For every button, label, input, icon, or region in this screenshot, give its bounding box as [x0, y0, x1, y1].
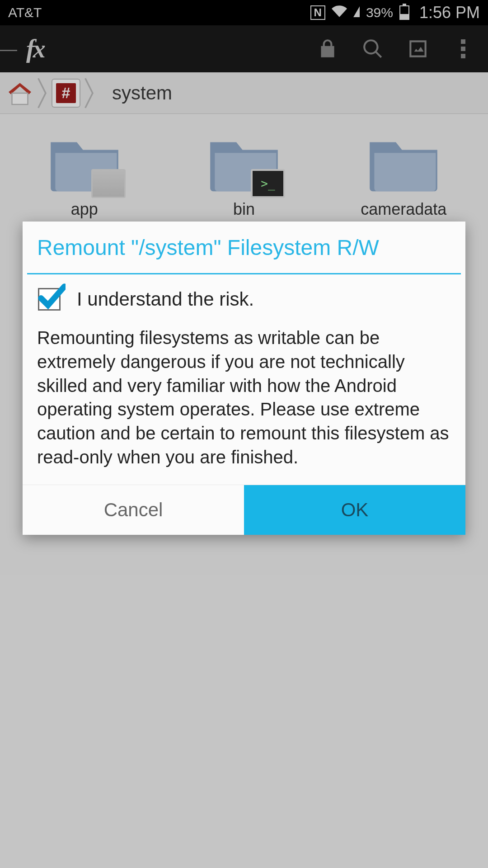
dialog-button-row: Cancel OK [23, 485, 465, 535]
signal-icon [353, 5, 360, 20]
lock-icon[interactable] [307, 28, 348, 69]
folder-label: bin [233, 200, 255, 219]
battery-icon [399, 5, 409, 20]
folder-label: app [71, 200, 98, 219]
dialog-checkbox-row[interactable]: I understand the risk. [23, 274, 465, 320]
folder-item[interactable]: cameradata [324, 123, 483, 228]
dialog-body-text: Remounting filesystems as writable can b… [23, 320, 465, 485]
status-right: N 39% 1:56 PM [310, 3, 480, 22]
cancel-button[interactable]: Cancel [23, 485, 244, 535]
risk-checkbox-label: I understand the risk. [77, 288, 254, 310]
image-icon[interactable] [398, 28, 438, 69]
status-bar: AT&T N 39% 1:56 PM [0, 0, 488, 25]
terminal-badge-icon: >_ [251, 169, 285, 198]
app-logo[interactable]: fx [26, 34, 44, 63]
carrier-label: AT&T [8, 5, 42, 20]
wifi-icon [332, 4, 347, 22]
app-toolbar: — fx [0, 25, 488, 72]
nfc-icon: N [310, 5, 325, 20]
svg-rect-0 [12, 93, 28, 104]
root-icon[interactable]: # [52, 79, 80, 108]
folder-icon [46, 132, 123, 195]
folder-icon: >_ [206, 132, 282, 195]
risk-checkbox[interactable] [38, 288, 61, 311]
search-icon[interactable] [352, 28, 393, 69]
breadcrumb: # system [0, 72, 488, 114]
home-icon[interactable] [6, 80, 33, 107]
chevron-right-icon [33, 77, 52, 109]
battery-pct: 39% [366, 5, 393, 20]
package-badge-icon [91, 169, 126, 198]
folder-item[interactable]: app [5, 123, 164, 228]
back-dash-icon[interactable]: — [0, 39, 17, 59]
remount-dialog: Remount "/system" Filesystem R/W I under… [23, 222, 465, 535]
dialog-title: Remount "/system" Filesystem R/W [23, 222, 465, 273]
chevron-right-icon [80, 77, 99, 109]
folder-item[interactable]: >_ bin [164, 123, 324, 228]
folder-label: cameradata [361, 200, 446, 219]
overflow-menu-icon[interactable] [443, 28, 483, 69]
breadcrumb-current: system [112, 82, 172, 104]
ok-button[interactable]: OK [244, 485, 465, 535]
clock: 1:56 PM [419, 3, 480, 22]
folder-icon [365, 132, 442, 195]
